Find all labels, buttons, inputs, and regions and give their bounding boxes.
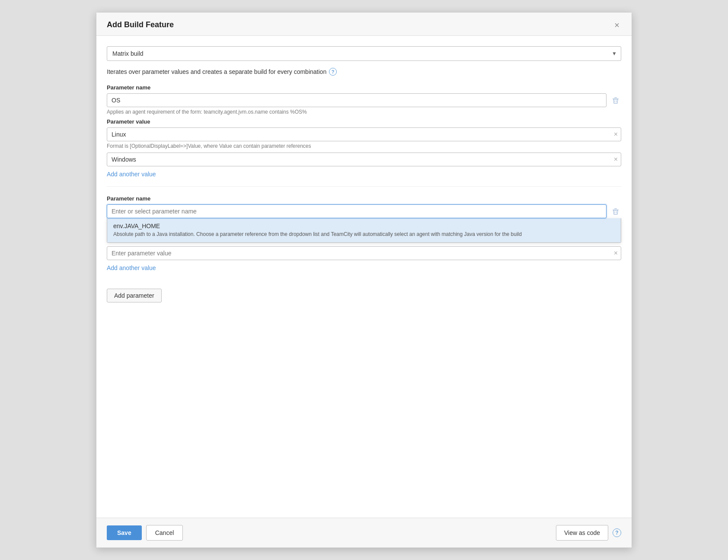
close-button[interactable]: × (613, 21, 621, 29)
param2-add-value-link[interactable]: Add another value (107, 264, 156, 271)
feature-description-row: Iterates over parameter values and creat… (107, 68, 621, 76)
cancel-button[interactable]: Cancel (146, 525, 183, 541)
svg-rect-2 (615, 100, 615, 102)
param2-name-label: Parameter name (107, 195, 621, 202)
description-help-icon[interactable]: ? (329, 68, 337, 76)
param1-name-input[interactable] (107, 93, 607, 107)
save-button[interactable]: Save (107, 525, 142, 540)
feature-type-row: Matrix buildBuild cacheCommit status pub… (107, 46, 621, 61)
svg-rect-1 (614, 97, 617, 98)
param1-value-wrapper-1: × (107, 153, 621, 166)
param1-delete-button[interactable] (610, 95, 621, 106)
add-build-feature-dialog: Add Build Feature × Matrix buildBuild ca… (96, 12, 632, 548)
param2-name-input[interactable] (107, 204, 607, 218)
svg-rect-6 (615, 211, 615, 213)
feature-description-text: Iterates over parameter values and creat… (107, 68, 326, 75)
param1-value-label: Parameter value (107, 118, 621, 125)
dropdown-item-title: env.JAVA_HOME (113, 223, 615, 229)
param1-value-row-0: × (107, 127, 621, 141)
param1-value-clear-1[interactable]: × (614, 156, 618, 163)
dialog-header: Add Build Feature × (96, 13, 632, 36)
param1-name-input-row (107, 93, 621, 107)
param1-value-row-1: × (107, 153, 621, 166)
view-as-code-button[interactable]: View as code (556, 525, 608, 541)
param1-value-input-0[interactable] (107, 127, 621, 141)
param2-dropdown: env.JAVA_HOME Absolute path to a Java in… (107, 218, 621, 243)
dialog-title: Add Build Feature (107, 20, 174, 29)
param1-add-value-link[interactable]: Add another value (107, 171, 156, 178)
feature-select-wrapper: Matrix buildBuild cacheCommit status pub… (107, 46, 621, 61)
param2-value-wrapper-0: × (107, 246, 621, 260)
param-block-2: Parameter name env.JAVA_HOME (107, 195, 621, 280)
param2-value-input-0[interactable] (107, 246, 621, 260)
feature-type-select[interactable]: Matrix buildBuild cacheCommit status pub… (107, 46, 621, 61)
param1-value-clear-0[interactable]: × (614, 131, 618, 138)
param1-name-label: Parameter name (107, 84, 621, 91)
footer-help-icon[interactable]: ? (613, 528, 621, 537)
dialog-body: Matrix buildBuild cacheCommit status pub… (96, 36, 632, 518)
svg-rect-7 (616, 211, 616, 213)
footer-right: View as code ? (556, 525, 621, 541)
param1-value-hint: Format is [OptionalDisplayLabel=>]Value,… (107, 143, 621, 149)
param2-value-row-0: × (107, 246, 621, 260)
param-block-1: Parameter name Applies an agent requirem… (107, 84, 621, 187)
dropdown-item-desc: Absolute path to a Java installation. Ch… (113, 231, 615, 238)
footer-left: Save Cancel (107, 525, 183, 541)
param2-name-input-row (107, 204, 621, 218)
add-parameter-button[interactable]: Add parameter (107, 289, 162, 302)
svg-rect-3 (616, 100, 616, 102)
param1-name-hint: Applies an agent requirement of the form… (107, 109, 621, 115)
param2-delete-button[interactable] (610, 206, 621, 217)
param1-value-wrapper-0: × (107, 127, 621, 141)
param2-value-clear-0[interactable]: × (614, 250, 618, 257)
param1-value-input-1[interactable] (107, 153, 621, 166)
add-param-row: Add parameter (107, 289, 621, 311)
dialog-footer: Save Cancel View as code ? (96, 518, 632, 547)
svg-rect-5 (614, 208, 617, 209)
dropdown-item-java-home[interactable]: env.JAVA_HOME Absolute path to a Java in… (107, 218, 621, 242)
